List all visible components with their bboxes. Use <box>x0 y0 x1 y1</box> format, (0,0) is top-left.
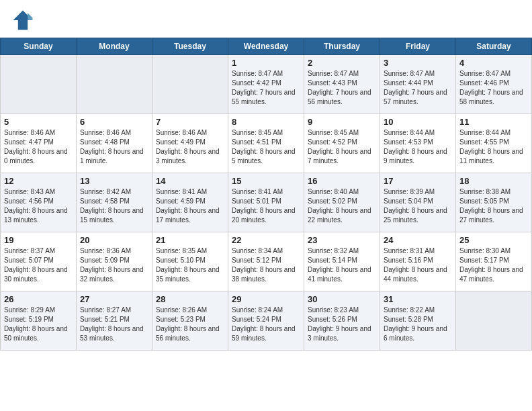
day-info: Sunrise: 8:47 AM Sunset: 4:42 PM Dayligh… <box>232 69 300 107</box>
day-header-saturday: Saturday <box>456 38 532 55</box>
calendar-cell: 13Sunrise: 8:42 AM Sunset: 4:58 PM Dayli… <box>77 173 152 232</box>
day-info: Sunrise: 8:30 AM Sunset: 5:17 PM Dayligh… <box>459 246 528 284</box>
day-number: 2 <box>308 58 376 68</box>
day-number: 12 <box>4 176 73 186</box>
calendar-header-row: SundayMondayTuesdayWednesdayThursdayFrid… <box>1 38 532 55</box>
day-number: 19 <box>4 235 73 245</box>
day-number: 25 <box>459 235 528 245</box>
day-number: 13 <box>80 176 148 186</box>
calendar-cell: 9Sunrise: 8:45 AM Sunset: 4:52 PM Daylig… <box>304 114 380 173</box>
calendar-cell: 8Sunrise: 8:45 AM Sunset: 4:51 PM Daylig… <box>228 114 304 173</box>
day-number: 4 <box>459 58 528 68</box>
day-header-friday: Friday <box>380 38 456 55</box>
calendar-cell: 26Sunrise: 8:29 AM Sunset: 5:19 PM Dayli… <box>1 291 77 351</box>
day-info: Sunrise: 8:47 AM Sunset: 4:44 PM Dayligh… <box>384 69 452 107</box>
day-info: Sunrise: 8:35 AM Sunset: 5:10 PM Dayligh… <box>156 246 224 284</box>
day-info: Sunrise: 8:41 AM Sunset: 5:01 PM Dayligh… <box>232 187 300 225</box>
day-info: Sunrise: 8:44 AM Sunset: 4:53 PM Dayligh… <box>384 128 452 166</box>
day-number: 24 <box>384 235 452 245</box>
day-info: Sunrise: 8:29 AM Sunset: 5:19 PM Dayligh… <box>4 306 73 343</box>
calendar-cell: 10Sunrise: 8:44 AM Sunset: 4:53 PM Dayli… <box>380 114 456 173</box>
day-number: 27 <box>80 294 148 304</box>
calendar-cell <box>1 55 77 114</box>
day-info: Sunrise: 8:39 AM Sunset: 5:04 PM Dayligh… <box>384 187 452 225</box>
calendar-cell: 31Sunrise: 8:22 AM Sunset: 5:28 PM Dayli… <box>380 291 456 351</box>
calendar-cell: 21Sunrise: 8:35 AM Sunset: 5:10 PM Dayli… <box>152 232 228 291</box>
calendar-cell: 29Sunrise: 8:24 AM Sunset: 5:24 PM Dayli… <box>228 291 304 351</box>
calendar-week-row: 1Sunrise: 8:47 AM Sunset: 4:42 PM Daylig… <box>1 55 532 114</box>
day-info: Sunrise: 8:47 AM Sunset: 4:43 PM Dayligh… <box>308 69 376 107</box>
day-number: 18 <box>459 176 528 186</box>
day-info: Sunrise: 8:32 AM Sunset: 5:14 PM Dayligh… <box>308 246 376 284</box>
day-number: 14 <box>156 176 224 186</box>
day-number: 28 <box>156 294 224 304</box>
day-header-sunday: Sunday <box>1 38 77 55</box>
day-info: Sunrise: 8:41 AM Sunset: 4:59 PM Dayligh… <box>156 187 224 225</box>
day-number: 26 <box>4 294 73 304</box>
day-info: Sunrise: 8:44 AM Sunset: 4:55 PM Dayligh… <box>459 128 528 166</box>
calendar-cell: 25Sunrise: 8:30 AM Sunset: 5:17 PM Dayli… <box>456 232 532 291</box>
day-number: 15 <box>232 176 300 186</box>
calendar-week-row: 5Sunrise: 8:46 AM Sunset: 4:47 PM Daylig… <box>1 114 532 173</box>
day-info: Sunrise: 8:23 AM Sunset: 5:26 PM Dayligh… <box>308 306 376 343</box>
calendar-cell <box>152 55 228 114</box>
calendar-cell: 5Sunrise: 8:46 AM Sunset: 4:47 PM Daylig… <box>1 114 77 173</box>
calendar-week-row: 12Sunrise: 8:43 AM Sunset: 4:56 PM Dayli… <box>1 173 532 232</box>
day-header-wednesday: Wednesday <box>228 38 304 55</box>
calendar-cell: 28Sunrise: 8:26 AM Sunset: 5:23 PM Dayli… <box>152 291 228 351</box>
calendar-cell: 1Sunrise: 8:47 AM Sunset: 4:42 PM Daylig… <box>228 55 304 114</box>
day-number: 21 <box>156 235 224 245</box>
calendar-cell: 4Sunrise: 8:47 AM Sunset: 4:46 PM Daylig… <box>456 55 532 114</box>
day-info: Sunrise: 8:27 AM Sunset: 5:21 PM Dayligh… <box>80 306 148 343</box>
day-number: 3 <box>384 58 452 68</box>
day-header-monday: Monday <box>77 38 152 55</box>
calendar-cell: 7Sunrise: 8:46 AM Sunset: 4:49 PM Daylig… <box>152 114 228 173</box>
day-info: Sunrise: 8:46 AM Sunset: 4:49 PM Dayligh… <box>156 128 224 166</box>
day-info: Sunrise: 8:37 AM Sunset: 5:07 PM Dayligh… <box>4 246 73 284</box>
day-number: 11 <box>459 117 528 127</box>
calendar-cell: 17Sunrise: 8:39 AM Sunset: 5:04 PM Dayli… <box>380 173 456 232</box>
day-info: Sunrise: 8:36 AM Sunset: 5:09 PM Dayligh… <box>80 246 148 284</box>
calendar-cell: 27Sunrise: 8:27 AM Sunset: 5:21 PM Dayli… <box>77 291 152 351</box>
calendar-cell: 16Sunrise: 8:40 AM Sunset: 5:02 PM Dayli… <box>304 173 380 232</box>
day-number: 6 <box>80 117 148 127</box>
calendar-week-row: 19Sunrise: 8:37 AM Sunset: 5:07 PM Dayli… <box>1 232 532 291</box>
calendar-cell <box>456 291 532 351</box>
day-info: Sunrise: 8:40 AM Sunset: 5:02 PM Dayligh… <box>308 187 376 225</box>
calendar-cell: 14Sunrise: 8:41 AM Sunset: 4:59 PM Dayli… <box>152 173 228 232</box>
logo-icon <box>11 8 35 32</box>
calendar-cell: 11Sunrise: 8:44 AM Sunset: 4:55 PM Dayli… <box>456 114 532 173</box>
day-number: 29 <box>232 294 300 304</box>
calendar-cell: 24Sunrise: 8:31 AM Sunset: 5:16 PM Dayli… <box>380 232 456 291</box>
day-header-tuesday: Tuesday <box>152 38 228 55</box>
day-number: 10 <box>384 117 452 127</box>
day-info: Sunrise: 8:46 AM Sunset: 4:48 PM Dayligh… <box>80 128 148 166</box>
day-number: 8 <box>232 117 300 127</box>
day-number: 9 <box>308 117 376 127</box>
calendar-cell: 12Sunrise: 8:43 AM Sunset: 4:56 PM Dayli… <box>1 173 77 232</box>
calendar-cell: 18Sunrise: 8:38 AM Sunset: 5:05 PM Dayli… <box>456 173 532 232</box>
calendar-cell: 6Sunrise: 8:46 AM Sunset: 4:48 PM Daylig… <box>77 114 152 173</box>
day-info: Sunrise: 8:42 AM Sunset: 4:58 PM Dayligh… <box>80 187 148 225</box>
calendar-cell: 23Sunrise: 8:32 AM Sunset: 5:14 PM Dayli… <box>304 232 380 291</box>
day-info: Sunrise: 8:24 AM Sunset: 5:24 PM Dayligh… <box>232 306 300 343</box>
logo <box>11 8 38 32</box>
day-number: 22 <box>232 235 300 245</box>
day-number: 30 <box>308 294 376 304</box>
svg-marker-1 <box>28 13 32 20</box>
day-info: Sunrise: 8:43 AM Sunset: 4:56 PM Dayligh… <box>4 187 73 225</box>
day-info: Sunrise: 8:47 AM Sunset: 4:46 PM Dayligh… <box>459 69 528 107</box>
day-info: Sunrise: 8:46 AM Sunset: 4:47 PM Dayligh… <box>4 128 73 166</box>
calendar-cell: 22Sunrise: 8:34 AM Sunset: 5:12 PM Dayli… <box>228 232 304 291</box>
day-info: Sunrise: 8:26 AM Sunset: 5:23 PM Dayligh… <box>156 306 224 343</box>
calendar-cell: 15Sunrise: 8:41 AM Sunset: 5:01 PM Dayli… <box>228 173 304 232</box>
page-header <box>0 0 532 38</box>
day-info: Sunrise: 8:22 AM Sunset: 5:28 PM Dayligh… <box>384 306 452 343</box>
day-info: Sunrise: 8:45 AM Sunset: 4:52 PM Dayligh… <box>308 128 376 166</box>
day-number: 7 <box>156 117 224 127</box>
day-info: Sunrise: 8:34 AM Sunset: 5:12 PM Dayligh… <box>232 246 300 284</box>
calendar-week-row: 26Sunrise: 8:29 AM Sunset: 5:19 PM Dayli… <box>1 291 532 351</box>
day-info: Sunrise: 8:31 AM Sunset: 5:16 PM Dayligh… <box>384 246 452 284</box>
calendar-cell: 20Sunrise: 8:36 AM Sunset: 5:09 PM Dayli… <box>77 232 152 291</box>
day-info: Sunrise: 8:45 AM Sunset: 4:51 PM Dayligh… <box>232 128 300 166</box>
